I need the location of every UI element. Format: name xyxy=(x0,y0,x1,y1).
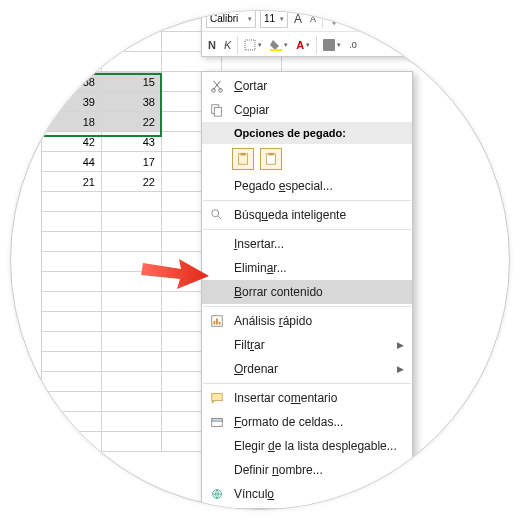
paste-options-row xyxy=(202,144,412,174)
copy-icon xyxy=(208,101,226,119)
svg-rect-6 xyxy=(214,107,221,116)
svg-rect-16 xyxy=(212,394,223,401)
cell[interactable]: 43 xyxy=(102,132,162,152)
format-painter-icon[interactable] xyxy=(327,12,345,26)
svg-rect-0 xyxy=(245,40,255,50)
svg-rect-15 xyxy=(219,322,221,325)
paste-option-1[interactable] xyxy=(232,148,254,170)
menu-format-cells[interactable]: Formato de celdas... xyxy=(202,410,412,434)
context-menu: Cortar Copiar Opciones de pegado: Pegado… xyxy=(201,71,413,509)
font-name-select[interactable]: Calibri▾ xyxy=(206,10,256,28)
menu-cut[interactable]: Cortar xyxy=(202,74,412,98)
cell[interactable]: 44 xyxy=(42,152,102,172)
fill-color-button[interactable]: ▾ xyxy=(268,39,290,51)
bold-button[interactable]: N xyxy=(206,39,218,51)
menu-insert-comment[interactable]: Insertar comentario xyxy=(202,386,412,410)
cell[interactable] xyxy=(102,32,162,52)
menu-clear-contents[interactable]: Borrar contenido xyxy=(202,280,412,304)
cell[interactable]: 15 xyxy=(102,72,162,92)
svg-rect-8 xyxy=(240,153,245,156)
decimal-button[interactable]: .0 xyxy=(347,40,359,50)
font-size-select[interactable]: 11▾ xyxy=(260,10,288,28)
menu-hyperlink[interactable]: Vínculo xyxy=(202,482,412,506)
paste-options-header: Opciones de pegado: xyxy=(202,122,412,144)
svg-rect-14 xyxy=(216,318,218,324)
italic-button[interactable]: K xyxy=(222,39,233,51)
quick-analysis-icon xyxy=(208,312,226,330)
menu-insert[interactable]: Insertar... xyxy=(202,232,412,256)
cell[interactable] xyxy=(102,52,162,72)
menu-paste-special[interactable]: Pegado especial... xyxy=(202,174,412,198)
cell[interactable]: 42 xyxy=(42,132,102,152)
menu-sort[interactable]: Ordenar▶ xyxy=(202,357,412,381)
cell[interactable]: 18 xyxy=(42,112,102,132)
svg-point-11 xyxy=(212,210,219,217)
cell[interactable]: 22 xyxy=(102,112,162,132)
cell[interactable]: 47 xyxy=(42,52,102,72)
cell[interactable]: 39 xyxy=(42,92,102,112)
number-format-button[interactable]: ▾ xyxy=(321,39,343,51)
cell[interactable]: 22 xyxy=(102,172,162,192)
paste-option-2[interactable] xyxy=(260,148,282,170)
svg-rect-2 xyxy=(323,39,335,51)
menu-filter[interactable]: Filtrar▶ xyxy=(202,333,412,357)
link-icon xyxy=(208,485,226,503)
menu-delete[interactable]: Eliminar... xyxy=(202,256,412,280)
cell[interactable]: 21 xyxy=(42,172,102,192)
grow-font-button[interactable]: A xyxy=(292,12,304,26)
menu-smart-lookup[interactable]: Búsqueda inteligente xyxy=(202,203,412,227)
shrink-font-button[interactable]: A xyxy=(308,14,318,24)
border-button[interactable]: ▾ xyxy=(242,39,264,51)
cell[interactable]: 50 xyxy=(42,32,102,52)
menu-copy[interactable]: Copiar xyxy=(202,98,412,122)
font-color-button[interactable]: A▾ xyxy=(294,39,312,51)
svg-rect-18 xyxy=(212,419,223,422)
search-icon xyxy=(208,206,226,224)
menu-quick-analysis[interactable]: Análisis rápido xyxy=(202,309,412,333)
cell[interactable]: 38 xyxy=(42,72,102,92)
format-icon xyxy=(208,413,226,431)
cut-icon xyxy=(208,77,226,95)
cell[interactable]: 17 xyxy=(102,152,162,172)
menu-pick-from-list[interactable]: Elegir de la lista desplegable... xyxy=(202,434,412,458)
menu-define-name[interactable]: Definir nombre... xyxy=(202,458,412,482)
cell[interactable]: 38 xyxy=(102,92,162,112)
mini-toolbar: Calibri▾ 11▾ A A N K ▾ ▾ A▾ ▾ .0 xyxy=(201,10,421,57)
comment-icon xyxy=(208,389,226,407)
svg-rect-13 xyxy=(214,321,216,325)
svg-rect-10 xyxy=(268,153,273,156)
svg-rect-1 xyxy=(270,49,282,51)
